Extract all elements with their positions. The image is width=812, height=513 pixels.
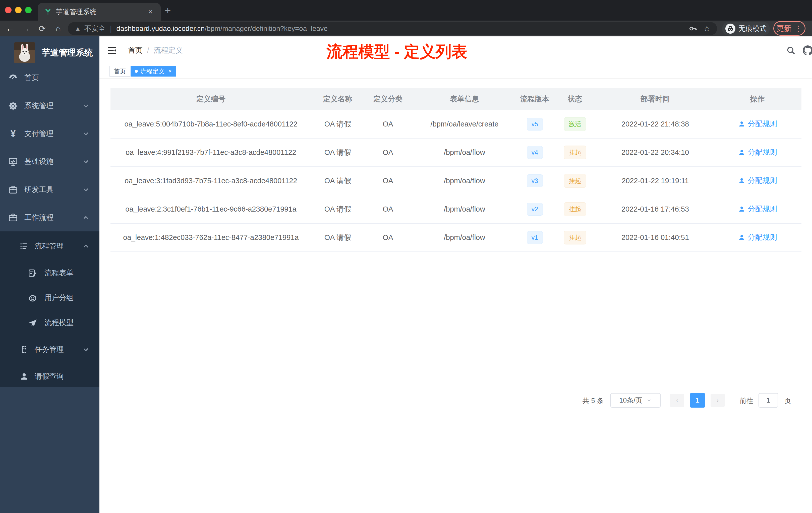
definition-name-link[interactable]: OA 请假	[311, 167, 364, 195]
form-link[interactable]: /bpm/oa/leave/create	[412, 110, 517, 138]
sidebar-item-task-mgmt[interactable]: 任务管理	[0, 336, 99, 363]
definition-name-link[interactable]: OA 请假	[311, 138, 364, 167]
tag-home[interactable]: 首页	[110, 66, 130, 77]
chevron-down-icon	[82, 102, 90, 110]
goto-page-input[interactable]: 1	[758, 393, 778, 408]
sidebar-item-label: 流程表单	[45, 268, 74, 278]
table-row: oa_leave:1:482ec033-762a-11ec-8477-a2380…	[111, 223, 802, 252]
incognito-icon	[725, 24, 735, 34]
sidebar-item-user-group[interactable]: 用户分组	[0, 284, 99, 312]
definition-name-link[interactable]: OA 请假	[311, 223, 364, 252]
window-minimize-button[interactable]	[15, 7, 22, 13]
address-bar[interactable]: ▲ 不安全 | dashboard.yudao.iocoder.cn/bpm/m…	[68, 22, 717, 35]
breadcrumb-home[interactable]: 首页	[128, 46, 143, 56]
sidebar-item-leave-query[interactable]: 请假查询	[0, 362, 99, 390]
bookmark-star-icon[interactable]: ☆	[703, 21, 710, 36]
incognito-badge: 无痕模式	[722, 22, 770, 36]
cell-category: OA	[364, 138, 412, 167]
annotation-title: 流程模型 - 定义列表	[327, 41, 467, 62]
browser-tabstrip: 芋道管理系统 × +	[0, 0, 812, 21]
assign-rule-button[interactable]: 分配规则	[738, 176, 777, 186]
sidebar-item-process-mgmt[interactable]: 流程管理	[0, 232, 99, 260]
forward-icon[interactable]: →	[19, 21, 33, 36]
prev-page-button[interactable]: ‹	[670, 394, 684, 407]
sidebar-item-infrastructure[interactable]: 基础设施	[0, 148, 99, 175]
incognito-label: 无痕模式	[738, 24, 766, 33]
table-row: oa_leave:2:3c1f0ef1-76b1-11ec-9c66-a2380…	[111, 195, 802, 223]
col-form: 表单信息	[412, 88, 517, 110]
cell-time: 2022-01-22 21:48:38	[598, 110, 713, 138]
page-size-select[interactable]: 10条/页	[610, 393, 661, 408]
chevron-down-icon	[82, 345, 90, 354]
version-badge[interactable]: v3	[527, 175, 543, 187]
security-warning-icon: ▲	[75, 25, 81, 32]
active-dot-icon	[135, 70, 138, 73]
reload-icon[interactable]: ⟳	[35, 21, 49, 36]
table-row: oa_leave:5:004b710b-7b8a-11ec-8ef0-acde4…	[111, 110, 802, 138]
sidebar: 芋道管理系统 首页 系统管理 ¥ 支付管理 基础设施 研发工具	[0, 36, 99, 513]
sidebar-item-workflow[interactable]: 工作流程	[0, 204, 99, 232]
tag-current[interactable]: 流程定义 ×	[130, 66, 176, 77]
version-badge[interactable]: v5	[527, 118, 543, 130]
app-logo-avatar	[14, 42, 35, 63]
browser-tab[interactable]: 芋道管理系统 ×	[38, 3, 161, 21]
sidebar-item-system[interactable]: 系统管理	[0, 92, 99, 120]
assign-rule-label: 分配规则	[748, 147, 777, 157]
assign-rule-button[interactable]: 分配规则	[738, 233, 777, 242]
form-link[interactable]: /bpm/oa/flow	[412, 223, 517, 252]
assign-rule-button[interactable]: 分配规则	[738, 119, 777, 129]
back-icon[interactable]: ←	[3, 21, 17, 36]
browser-update-button[interactable]: 更新 ⋮	[773, 21, 806, 36]
form-link[interactable]: /bpm/oa/flow	[412, 138, 517, 167]
page-size-value: 10条/页	[619, 396, 642, 405]
status-badge: 挂起	[564, 174, 586, 188]
cell-id: oa_leave:4:991f2193-7b7f-11ec-a3c8-acde4…	[111, 138, 311, 167]
tags-view-bar: 首页 流程定义 ×	[99, 64, 812, 78]
site-favicon-icon	[44, 8, 52, 16]
github-icon[interactable]	[800, 36, 812, 64]
sidebar-collapse-icon[interactable]	[107, 46, 117, 56]
sidebar-item-process-form[interactable]: 流程表单	[0, 259, 99, 287]
tab-close-icon[interactable]: ×	[148, 7, 153, 16]
version-badge[interactable]: v1	[527, 231, 543, 244]
assign-rule-button[interactable]: 分配规则	[738, 147, 777, 157]
sidebar-item-payment[interactable]: ¥ 支付管理	[0, 120, 99, 148]
search-icon[interactable]	[783, 36, 799, 64]
sidebar-item-label: 流程模型	[45, 318, 74, 328]
url-host: dashboard.yudao.iocoder.cn	[116, 25, 205, 33]
col-name: 定义名称	[311, 88, 364, 110]
form-link[interactable]: /bpm/oa/flow	[412, 167, 517, 195]
version-badge[interactable]: v2	[527, 203, 543, 216]
sidebar-item-dev-tools[interactable]: 研发工具	[0, 176, 99, 204]
definition-name-link[interactable]: OA 请假	[311, 110, 364, 138]
next-page-button[interactable]: ›	[710, 394, 725, 407]
sidebar-item-label: 系统管理	[24, 101, 54, 111]
main-area: 首页 / 流程定义 流程模型 - 定义列表 ? тT	[99, 36, 812, 513]
page-number-active[interactable]: 1	[690, 393, 705, 408]
dashboard-icon	[7, 72, 19, 83]
definition-name-link[interactable]: OA 请假	[311, 195, 364, 223]
sidebar-item-label: 研发工具	[24, 185, 54, 195]
table-header-row: 定义编号 定义名称 定义分类 表单信息 流程版本 状态 部署时间 操作	[111, 88, 802, 110]
breadcrumb-separator: /	[147, 46, 149, 55]
version-badge[interactable]: v4	[527, 146, 543, 159]
assign-rule-button[interactable]: 分配规则	[738, 204, 777, 214]
status-badge: 激活	[564, 117, 586, 131]
window-zoom-button[interactable]	[25, 7, 32, 13]
window-close-button[interactable]	[5, 7, 11, 13]
col-category: 定义分类	[364, 88, 412, 110]
monitor-icon	[7, 156, 19, 167]
cell-category: OA	[364, 223, 412, 252]
new-tab-button[interactable]: +	[165, 6, 171, 15]
sidebar-item-process-model[interactable]: 流程模型	[0, 309, 99, 337]
form-link[interactable]: /bpm/oa/flow	[412, 195, 517, 223]
home-icon[interactable]: ⌂	[51, 21, 65, 36]
divider: |	[110, 24, 112, 33]
logo-row[interactable]: 芋道管理系统	[0, 39, 99, 66]
tag-close-icon[interactable]: ×	[169, 68, 172, 74]
goto-label: 前往	[740, 396, 753, 405]
security-label[interactable]: 不安全	[84, 24, 106, 33]
password-key-icon[interactable]	[689, 21, 697, 36]
browser-menu-icon[interactable]: ⋮	[795, 24, 803, 33]
sidebar-item-home[interactable]: 首页	[0, 64, 99, 92]
